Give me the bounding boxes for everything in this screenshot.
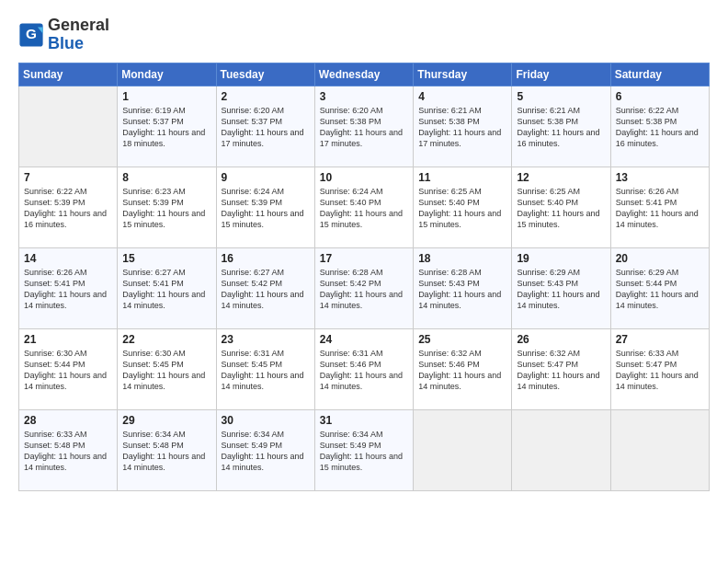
day-number: 23 (222, 333, 310, 346)
calendar-cell: 4Sunrise: 6:21 AM Sunset: 5:38 PM Daylig… (414, 86, 512, 167)
weekday-header-friday: Friday (512, 63, 610, 86)
cell-info: Sunrise: 6:23 AM Sunset: 5:39 PM Dayligh… (122, 186, 210, 231)
calendar-cell: 16Sunrise: 6:27 AM Sunset: 5:42 PM Dayli… (216, 247, 314, 328)
cell-info: Sunrise: 6:26 AM Sunset: 5:41 PM Dayligh… (24, 267, 112, 312)
cell-info: Sunrise: 6:25 AM Sunset: 5:40 PM Dayligh… (517, 186, 605, 231)
cell-info: Sunrise: 6:34 AM Sunset: 5:48 PM Dayligh… (122, 429, 210, 474)
calendar-header: SundayMondayTuesdayWednesdayThursdayFrid… (19, 63, 710, 86)
weekday-header-sunday: Sunday (19, 63, 118, 86)
day-number: 19 (517, 252, 605, 265)
day-number: 17 (320, 252, 408, 265)
calendar-cell: 1Sunrise: 6:19 AM Sunset: 5:37 PM Daylig… (118, 86, 216, 167)
cell-info: Sunrise: 6:32 AM Sunset: 5:47 PM Dayligh… (517, 348, 605, 393)
cell-info: Sunrise: 6:20 AM Sunset: 5:38 PM Dayligh… (320, 105, 408, 150)
calendar-cell: 12Sunrise: 6:25 AM Sunset: 5:40 PM Dayli… (512, 167, 610, 247)
calendar-cell: 22Sunrise: 6:30 AM Sunset: 5:45 PM Dayli… (118, 328, 216, 409)
calendar-cell: 11Sunrise: 6:25 AM Sunset: 5:40 PM Dayli… (414, 167, 512, 247)
cell-info: Sunrise: 6:34 AM Sunset: 5:49 PM Dayligh… (222, 429, 310, 474)
calendar-cell (414, 409, 512, 490)
calendar-cell: 19Sunrise: 6:29 AM Sunset: 5:43 PM Dayli… (512, 247, 610, 328)
calendar-cell: 10Sunrise: 6:24 AM Sunset: 5:40 PM Dayli… (314, 167, 413, 247)
cell-info: Sunrise: 6:28 AM Sunset: 5:43 PM Dayligh… (418, 267, 506, 312)
weekday-header-monday: Monday (118, 63, 216, 86)
day-number: 20 (616, 252, 704, 265)
logo-text: General Blue (48, 17, 109, 53)
cell-info: Sunrise: 6:24 AM Sunset: 5:39 PM Dayligh… (222, 186, 310, 231)
cell-info: Sunrise: 6:29 AM Sunset: 5:43 PM Dayligh… (517, 267, 605, 312)
cell-info: Sunrise: 6:22 AM Sunset: 5:39 PM Dayligh… (24, 186, 112, 231)
day-number: 8 (122, 171, 210, 184)
calendar-cell: 21Sunrise: 6:30 AM Sunset: 5:44 PM Dayli… (19, 328, 118, 409)
calendar-cell: 7Sunrise: 6:22 AM Sunset: 5:39 PM Daylig… (19, 167, 118, 247)
day-number: 24 (320, 333, 408, 346)
day-number: 18 (418, 252, 506, 265)
day-number: 4 (418, 90, 506, 103)
day-number: 5 (517, 90, 605, 103)
day-number: 31 (320, 414, 408, 427)
day-number: 12 (517, 171, 605, 184)
logo: G General Blue (18, 17, 109, 53)
day-number: 6 (616, 90, 704, 103)
cell-info: Sunrise: 6:29 AM Sunset: 5:44 PM Dayligh… (616, 267, 704, 312)
cell-info: Sunrise: 6:26 AM Sunset: 5:41 PM Dayligh… (616, 186, 704, 231)
svg-text:G: G (26, 26, 37, 41)
cell-info: Sunrise: 6:32 AM Sunset: 5:46 PM Dayligh… (418, 348, 506, 393)
logo-general: General (48, 16, 109, 34)
cell-info: Sunrise: 6:33 AM Sunset: 5:47 PM Dayligh… (616, 348, 704, 393)
calendar-week-4: 21Sunrise: 6:30 AM Sunset: 5:44 PM Dayli… (19, 328, 710, 409)
cell-info: Sunrise: 6:20 AM Sunset: 5:37 PM Dayligh… (222, 105, 310, 150)
page-header: G General Blue (18, 17, 710, 53)
calendar-cell: 17Sunrise: 6:28 AM Sunset: 5:42 PM Dayli… (314, 247, 413, 328)
cell-info: Sunrise: 6:27 AM Sunset: 5:42 PM Dayligh… (222, 267, 310, 312)
weekday-header-saturday: Saturday (610, 63, 709, 86)
logo-blue: Blue (48, 34, 84, 52)
cell-info: Sunrise: 6:31 AM Sunset: 5:46 PM Dayligh… (320, 348, 408, 393)
weekday-header-row: SundayMondayTuesdayWednesdayThursdayFrid… (19, 63, 710, 86)
cell-info: Sunrise: 6:30 AM Sunset: 5:45 PM Dayligh… (122, 348, 210, 393)
calendar-cell: 27Sunrise: 6:33 AM Sunset: 5:47 PM Dayli… (610, 328, 709, 409)
day-number: 29 (122, 414, 210, 427)
day-number: 10 (320, 171, 408, 184)
calendar-cell: 24Sunrise: 6:31 AM Sunset: 5:46 PM Dayli… (314, 328, 413, 409)
day-number: 13 (616, 171, 704, 184)
day-number: 30 (222, 414, 310, 427)
calendar-cell (19, 86, 118, 167)
cell-info: Sunrise: 6:24 AM Sunset: 5:40 PM Dayligh… (320, 186, 408, 231)
cell-info: Sunrise: 6:28 AM Sunset: 5:42 PM Dayligh… (320, 267, 408, 312)
calendar-cell: 14Sunrise: 6:26 AM Sunset: 5:41 PM Dayli… (19, 247, 118, 328)
day-number: 3 (320, 90, 408, 103)
calendar-cell: 18Sunrise: 6:28 AM Sunset: 5:43 PM Dayli… (414, 247, 512, 328)
day-number: 15 (122, 252, 210, 265)
cell-info: Sunrise: 6:34 AM Sunset: 5:49 PM Dayligh… (320, 429, 408, 474)
day-number: 27 (616, 333, 704, 346)
logo-icon: G (18, 22, 44, 48)
cell-info: Sunrise: 6:33 AM Sunset: 5:48 PM Dayligh… (24, 429, 112, 474)
day-number: 14 (24, 252, 112, 265)
calendar-cell: 29Sunrise: 6:34 AM Sunset: 5:48 PM Dayli… (118, 409, 216, 490)
day-number: 7 (24, 171, 112, 184)
calendar-cell: 28Sunrise: 6:33 AM Sunset: 5:48 PM Dayli… (19, 409, 118, 490)
cell-info: Sunrise: 6:27 AM Sunset: 5:41 PM Dayligh… (122, 267, 210, 312)
calendar-cell: 9Sunrise: 6:24 AM Sunset: 5:39 PM Daylig… (216, 167, 314, 247)
calendar-cell: 25Sunrise: 6:32 AM Sunset: 5:46 PM Dayli… (414, 328, 512, 409)
calendar-cell (512, 409, 610, 490)
calendar-cell: 2Sunrise: 6:20 AM Sunset: 5:37 PM Daylig… (216, 86, 314, 167)
calendar-cell: 30Sunrise: 6:34 AM Sunset: 5:49 PM Dayli… (216, 409, 314, 490)
calendar-page: G General Blue SundayMondayTuesdayWednes… (0, 0, 728, 563)
calendar-body: 1Sunrise: 6:19 AM Sunset: 5:37 PM Daylig… (19, 86, 710, 490)
calendar-week-5: 28Sunrise: 6:33 AM Sunset: 5:48 PM Dayli… (19, 409, 710, 490)
calendar-cell: 3Sunrise: 6:20 AM Sunset: 5:38 PM Daylig… (314, 86, 413, 167)
cell-info: Sunrise: 6:25 AM Sunset: 5:40 PM Dayligh… (418, 186, 506, 231)
calendar-cell: 23Sunrise: 6:31 AM Sunset: 5:45 PM Dayli… (216, 328, 314, 409)
calendar-cell: 5Sunrise: 6:21 AM Sunset: 5:38 PM Daylig… (512, 86, 610, 167)
day-number: 9 (222, 171, 310, 184)
day-number: 28 (24, 414, 112, 427)
calendar-week-3: 14Sunrise: 6:26 AM Sunset: 5:41 PM Dayli… (19, 247, 710, 328)
weekday-header-wednesday: Wednesday (314, 63, 413, 86)
calendar-cell: 15Sunrise: 6:27 AM Sunset: 5:41 PM Dayli… (118, 247, 216, 328)
calendar-table: SundayMondayTuesdayWednesdayThursdayFrid… (18, 63, 710, 491)
calendar-cell: 31Sunrise: 6:34 AM Sunset: 5:49 PM Dayli… (314, 409, 413, 490)
calendar-cell: 13Sunrise: 6:26 AM Sunset: 5:41 PM Dayli… (610, 167, 709, 247)
calendar-cell: 6Sunrise: 6:22 AM Sunset: 5:38 PM Daylig… (610, 86, 709, 167)
calendar-week-2: 7Sunrise: 6:22 AM Sunset: 5:39 PM Daylig… (19, 167, 710, 247)
